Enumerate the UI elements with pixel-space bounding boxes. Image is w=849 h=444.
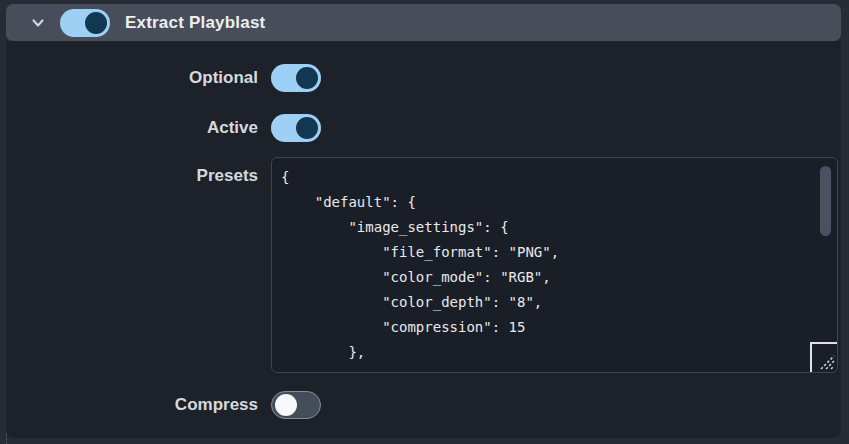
editor-scrollbar-thumb[interactable] xyxy=(820,166,831,236)
field-row-active: Active xyxy=(6,114,841,142)
extract-playblast-section: Extract Playblast Optional Active Preset… xyxy=(6,4,841,438)
optional-label: Optional xyxy=(6,68,258,88)
toggle-knob xyxy=(296,67,318,89)
field-row-presets: Presets { "default": { "image_settings":… xyxy=(6,157,841,373)
active-label: Active xyxy=(6,118,258,138)
toggle-knob xyxy=(275,394,297,416)
section-header[interactable]: Extract Playblast xyxy=(6,4,841,41)
compress-toggle[interactable] xyxy=(271,391,321,419)
presets-editor-container: { "default": { "image_settings": { "file… xyxy=(271,157,838,373)
field-row-compress: Compress xyxy=(6,391,841,419)
section-body: Optional Active Presets { "default": { "… xyxy=(6,41,841,438)
chevron-down-icon[interactable] xyxy=(30,15,46,31)
presets-label: Presets xyxy=(6,157,258,186)
field-row-optional: Optional xyxy=(6,64,841,92)
compress-label: Compress xyxy=(6,395,258,415)
optional-toggle[interactable] xyxy=(271,64,321,92)
active-toggle[interactable] xyxy=(271,114,321,142)
presets-editor[interactable]: { "default": { "image_settings": { "file… xyxy=(271,157,838,373)
editor-resize-handle[interactable] xyxy=(810,342,837,372)
section-enable-toggle[interactable] xyxy=(60,9,110,37)
toggle-knob xyxy=(296,117,318,139)
settings-panel: Extract Playblast Optional Active Preset… xyxy=(0,0,849,444)
toggle-knob xyxy=(85,12,107,34)
section-title: Extract Playblast xyxy=(125,13,265,33)
